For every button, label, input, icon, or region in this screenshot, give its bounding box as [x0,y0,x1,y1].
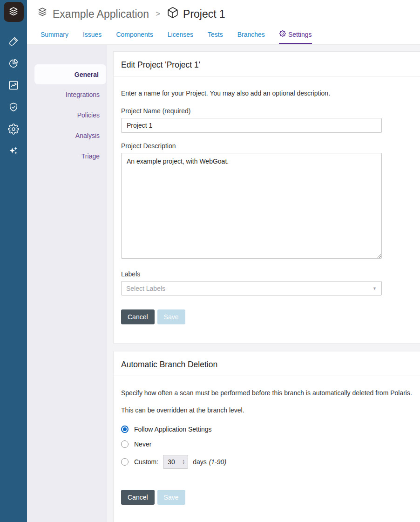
rail-item-tests[interactable] [0,30,27,52]
sidenav-item-integrations[interactable]: Integrations [27,84,107,105]
branch-deletion-line2: This can be overridden at the branch lev… [121,406,413,414]
save-button[interactable]: Save [157,309,185,324]
labels-field-group: Labels Select Labels ▼ [121,270,413,295]
stepper-arrows[interactable]: ▲ ▼ [182,459,185,465]
option-custom: Custom: 30 ▲ ▼ days (1-90) [121,455,413,469]
tab-settings[interactable]: Settings [279,27,312,44]
radio-custom[interactable] [121,458,129,466]
gear-icon [279,30,286,38]
top-header: Example Application > Project 1 Summary … [27,0,420,45]
cancel-button[interactable]: Cancel [121,490,155,505]
sidenav-item-triage[interactable]: Triage [27,146,107,166]
rail-item-reports[interactable] [0,52,27,74]
custom-days-suffix: days [193,458,207,466]
option-never: Never [121,440,413,448]
tab-settings-label: Settings [288,31,312,38]
tab-licenses[interactable]: Licenses [167,28,194,44]
edit-project-actions: Cancel Save [121,309,413,324]
tab-issues[interactable]: Issues [82,28,102,44]
cube-icon [167,7,179,21]
cancel-button[interactable]: Cancel [121,309,155,324]
breadcrumb-separator: > [154,9,162,19]
radio-follow-application-label: Follow Application Settings [134,426,212,433]
project-name-label: Project Name (required) [121,107,413,115]
branch-deletion-options: Follow Application Settings Never Custom… [121,425,413,469]
option-follow-application: Follow Application Settings [121,425,413,433]
settings-side-nav: General Integrations Policies Analysis T… [27,45,107,522]
project-name: Project 1 [183,8,225,21]
chevron-down-icon: ▼ [182,462,185,465]
rail-item-settings[interactable] [0,118,27,140]
edit-project-card: Edit Project 'Project 1' Enter a name fo… [113,51,420,343]
test-tube-icon [8,36,19,47]
radio-custom-label: Custom: [134,458,158,466]
labels-select-placeholder: Select Labels [126,285,165,292]
branch-deletion-card-head: Automatic Branch Deletion [114,358,420,376]
project-description-textarea[interactable]: An example project, with WebGoat. [121,153,382,259]
breadcrumb-application[interactable]: Example Application [36,7,149,21]
gear-icon [8,124,19,135]
radio-never-label: Never [134,440,151,448]
tab-summary[interactable]: Summary [40,28,69,44]
shield-check-icon [8,102,19,113]
layers-icon [36,7,48,21]
pie-chart-icon [8,58,19,69]
main-content: Edit Project 'Project 1' Enter a name fo… [107,45,420,522]
edit-project-intro: Enter a name for your Project. You may a… [121,89,413,97]
branch-deletion-title: Automatic Branch Deletion [121,360,413,370]
branch-deletion-line1: Specify how often a scan must be perform… [121,389,413,397]
save-button[interactable]: Save [157,490,185,505]
project-name-field-group: Project Name (required) [121,107,413,133]
application-name: Example Application [53,8,149,21]
custom-days-stepper[interactable]: 30 ▲ ▼ [163,455,188,469]
sidenav-item-analysis[interactable]: Analysis [27,125,107,146]
layers-icon [7,6,20,18]
project-name-input[interactable] [121,118,382,133]
radio-follow-application[interactable] [121,426,129,433]
chevron-down-icon: ▼ [373,286,377,291]
rail-item-assist[interactable] [0,140,27,162]
tab-components[interactable]: Components [115,28,153,44]
custom-days-value: 30 [168,458,175,466]
sparkles-icon [8,145,19,157]
branch-deletion-card: Automatic Branch Deletion Specify how of… [113,351,420,522]
custom-days-range: (1-90) [209,458,226,466]
edit-project-card-head: Edit Project 'Project 1' [114,58,420,76]
breadcrumb: Example Application > Project 1 [27,0,420,23]
radio-never[interactable] [121,440,129,448]
branch-deletion-actions: Cancel Save [121,490,413,505]
labels-label: Labels [121,270,413,278]
sidenav-item-policies[interactable]: Policies [27,105,107,125]
breadcrumb-project[interactable]: Project 1 [167,7,225,21]
app-logo-button[interactable] [4,2,24,22]
project-description-field-group: Project Description An example project, … [121,142,413,261]
icon-rail [0,0,27,522]
edit-project-title: Edit Project 'Project 1' [121,60,413,70]
rail-item-trends[interactable] [0,74,27,96]
tab-bar: Summary Issues Components Licenses Tests… [27,23,420,44]
tab-branches[interactable]: Branches [237,28,265,44]
labels-select[interactable]: Select Labels ▼ [121,281,382,295]
sidenav-item-general[interactable]: General [34,64,106,84]
app-root: Example Application > Project 1 Summary … [0,0,420,522]
line-chart-icon [8,80,19,91]
rail-item-security[interactable] [0,96,27,118]
project-description-label: Project Description [121,142,413,150]
tab-tests[interactable]: Tests [207,28,224,44]
